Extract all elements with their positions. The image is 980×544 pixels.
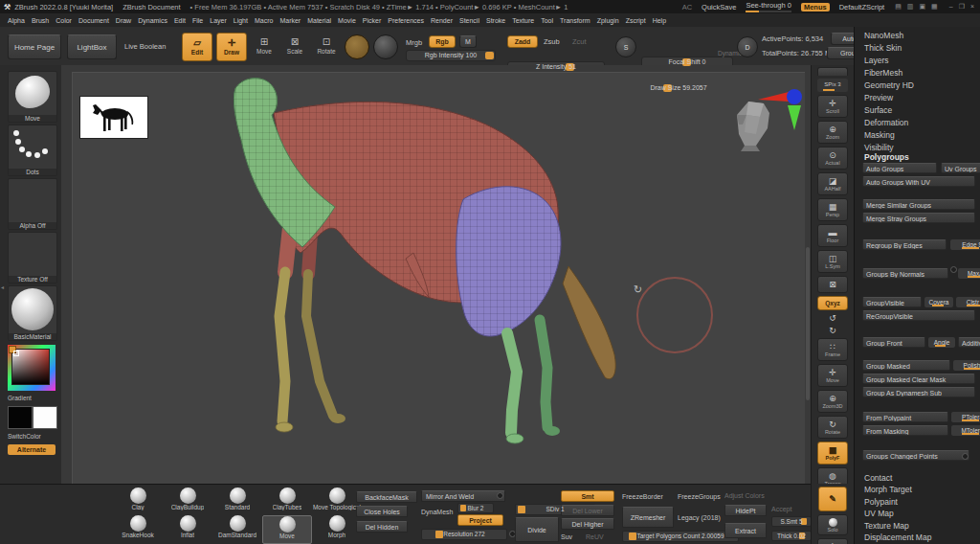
menu-item[interactable]: Layer xyxy=(210,17,227,24)
menu-item[interactable]: Alpha xyxy=(8,17,25,24)
close-holes-button[interactable]: Close Holes xyxy=(356,506,408,517)
current-stroke-thumbnail[interactable]: Dots xyxy=(8,125,57,176)
group-masked-clear-mask-button[interactable]: Group Masked Clear Mask xyxy=(862,374,975,384)
group-masked-button[interactable]: Group Masked xyxy=(862,360,950,371)
additive-button[interactable]: Additiv xyxy=(958,337,980,348)
merge-stray-groups-button[interactable]: Merge Stray Groups xyxy=(862,213,975,223)
group-as-dynamesh-sub-button[interactable]: Group As Dynamesh Sub xyxy=(862,387,975,397)
group-visible-button[interactable]: GroupVisible xyxy=(862,297,922,307)
menu-item[interactable]: Light xyxy=(234,17,248,24)
bpr-button[interactable] xyxy=(817,67,848,76)
merge-similar-groups-button[interactable]: Merge Similar Groups xyxy=(862,199,975,210)
alternate-button[interactable]: Alternate xyxy=(8,444,56,455)
edit-button[interactable]: ▱Edit xyxy=(182,33,212,61)
shelf-item[interactable]: ▦ PolyF xyxy=(817,442,848,465)
clstr-slider[interactable]: Clstr 0. xyxy=(956,297,980,307)
current-alpha-thumbnail[interactable]: Alpha Off xyxy=(8,178,57,230)
polish-slider[interactable]: PolishG xyxy=(953,360,980,371)
ac-button[interactable]: AC xyxy=(682,3,692,11)
divide-button[interactable]: Divide xyxy=(515,517,559,542)
smt-button[interactable]: Smt xyxy=(561,490,614,502)
regroup-by-edges-button[interactable]: Regroup By Edges xyxy=(862,239,947,250)
freeze-border-button[interactable]: FreezeBorder xyxy=(622,493,663,500)
switch-color-button[interactable]: SwitchColor xyxy=(8,433,56,440)
mrgb-button[interactable]: Mrgb xyxy=(406,38,422,47)
menu-item[interactable]: Stencil xyxy=(459,17,479,24)
accept-button[interactable]: Accept xyxy=(771,506,791,512)
menu-item[interactable]: Tool xyxy=(541,17,553,24)
current-brush-thumbnail[interactable]: Move xyxy=(8,71,57,123)
minimize-button[interactable]: – xyxy=(949,3,953,11)
del-lower-button[interactable]: Del Lower xyxy=(561,505,614,516)
hidept-button[interactable]: HidePt xyxy=(724,505,767,516)
resolution-slider[interactable]: Resolution 272 xyxy=(421,529,507,540)
spix-slider[interactable]: SPix 3 xyxy=(817,79,848,92)
menu-item[interactable]: Movie xyxy=(338,17,356,24)
menu-item[interactable]: Help xyxy=(653,17,666,24)
rotate-button[interactable]: ⊡Rotate xyxy=(312,33,341,59)
live-boolean-button[interactable]: Live Boolean xyxy=(124,42,166,51)
shelf-item[interactable]: ◪ AAHalf xyxy=(817,172,848,195)
document-canvas[interactable]: ZBrush xyxy=(61,65,811,484)
texture-preview-thumbnail[interactable] xyxy=(79,96,148,139)
main-color-swatch[interactable] xyxy=(8,406,33,429)
brush-standard[interactable]: Standard xyxy=(212,487,262,516)
pencil-button[interactable]: ✎ xyxy=(818,487,847,511)
auto-groups-button[interactable]: Auto Groups xyxy=(862,163,937,173)
project-button[interactable]: Project xyxy=(457,514,503,526)
shelf-item[interactable]: ⊕ Zoom3D xyxy=(817,390,848,413)
polygroups-header[interactable]: Polygroups xyxy=(864,152,909,162)
from-masking-button[interactable]: From Masking xyxy=(862,425,948,436)
ptolerance-slider[interactable]: PTolera xyxy=(951,412,980,422)
shelf-item[interactable]: ∷ Frame xyxy=(817,338,848,361)
home-page-button[interactable]: Home Page xyxy=(8,34,61,59)
extract-button[interactable]: Extract xyxy=(724,523,767,538)
palette-section[interactable]: Contact xyxy=(864,473,980,482)
quicksave-button[interactable]: QuickSave xyxy=(702,3,736,11)
palette-section[interactable]: Thick Skin xyxy=(864,43,980,52)
shelf-item[interactable]: ⊠ xyxy=(817,276,848,293)
sculptris-s-icon[interactable]: S xyxy=(615,36,636,57)
shelf-item[interactable]: ↻ xyxy=(824,326,841,335)
see-through-slider[interactable]: See-through 0 xyxy=(746,1,791,12)
shelf-collapse-arrow[interactable]: ◂ xyxy=(1,283,4,290)
menu-item[interactable]: Brush xyxy=(32,17,49,24)
shelf-item[interactable]: ✛ Scroll xyxy=(817,95,848,118)
mirror-and-weld-dot[interactable] xyxy=(497,492,503,499)
palette-section[interactable]: Layers xyxy=(864,56,980,64)
uv-groups-button[interactable]: Uv Groups xyxy=(941,163,980,173)
menu-item[interactable]: File xyxy=(192,17,203,24)
rgb-intensity-slider[interactable]: Rgb Intensity 100 xyxy=(406,50,496,61)
shelf-item[interactable]: ⊙ Actual xyxy=(817,147,848,170)
dynamesh-label[interactable]: DynaMesh xyxy=(421,509,453,515)
freeze-groups-button[interactable]: FreezeGroups xyxy=(678,493,721,500)
menu-item[interactable]: Picker xyxy=(363,17,381,24)
menu-item[interactable]: Edit xyxy=(174,17,186,24)
palette-section[interactable]: Geometry HD xyxy=(864,80,980,89)
brush-claybuildup[interactable]: ClayBuildup xyxy=(163,487,212,516)
palette-section[interactable]: FiberMesh xyxy=(864,68,980,77)
palette-section[interactable]: Masking xyxy=(864,130,980,139)
s-smt-slider[interactable]: S.Smt 5 xyxy=(771,516,812,527)
close-button[interactable]: × xyxy=(970,3,974,11)
palette-section[interactable]: Polypaint xyxy=(864,497,980,506)
palette-section[interactable]: Morph Target xyxy=(864,485,980,493)
target-polygons-slider[interactable]: Target Polygons Count 2.00059 xyxy=(622,531,739,542)
default-zscript-button[interactable]: DefaultZScript xyxy=(839,3,885,11)
shelf-item[interactable]: ◫ L.Sym xyxy=(817,250,848,273)
palette-section[interactable]: Surface xyxy=(864,105,980,114)
shelf-item[interactable]: ▦ Persp xyxy=(817,198,848,221)
draw-button[interactable]: ✛Draw xyxy=(216,33,247,61)
menu-item[interactable]: Document xyxy=(78,17,109,24)
shelf-item[interactable]: ↺ xyxy=(824,313,841,323)
groups-by-normals-dot[interactable] xyxy=(950,266,957,273)
menu-item[interactable]: Zplugin xyxy=(597,17,619,24)
blur-slider[interactable]: Blur 2 xyxy=(457,503,494,513)
menu-item[interactable]: Color xyxy=(56,17,72,24)
brush-snakehook[interactable]: SnakeHook xyxy=(113,515,163,544)
gradient-label[interactable]: Gradient xyxy=(8,395,56,401)
move-button[interactable]: ⊞Move xyxy=(251,33,278,59)
menus-toggle[interactable]: Menus xyxy=(801,3,830,11)
brush-move-selected[interactable]: Move xyxy=(262,515,312,544)
scale-button[interactable]: ⊠Scale xyxy=(281,33,308,59)
